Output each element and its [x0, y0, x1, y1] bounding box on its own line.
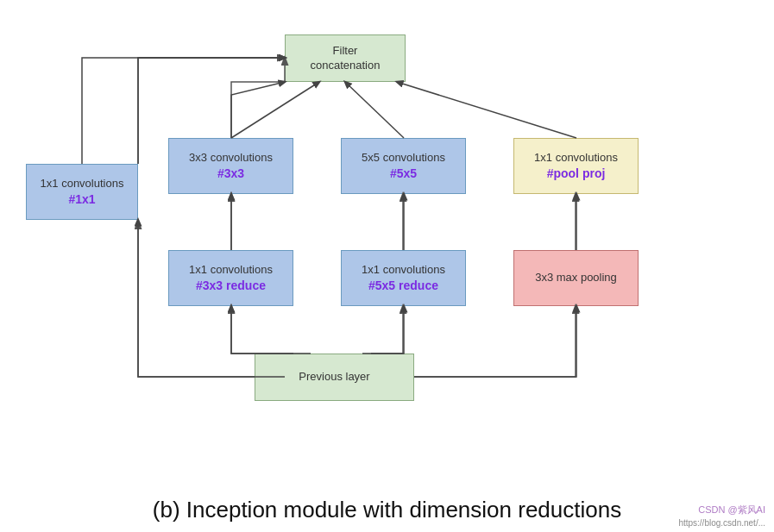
- conv-3x3-label1: 3x3 convolutions: [189, 151, 273, 166]
- max-pool-box: 3x3 max pooling: [513, 250, 639, 306]
- reduce-5x5-label2: #5x5 reduce: [368, 278, 438, 293]
- diagram-area: Filter concatenation 1x1 convolutions #1…: [0, 0, 774, 457]
- conv-5x5-label2: #5x5: [390, 166, 417, 181]
- watermark-text: CSDN @紫风AI: [698, 504, 765, 516]
- svg-line-5: [397, 82, 576, 138]
- pool-proj-label1: 1x1 convolutions: [534, 151, 618, 166]
- prev-layer-box: Previous layer: [255, 354, 414, 401]
- prev-layer-label1: Previous layer: [299, 370, 369, 385]
- conv-1x1-label1: 1x1 convolutions: [41, 177, 124, 191]
- reduce-3x3-label2: #3x3 reduce: [196, 278, 266, 293]
- reduce-5x5-box: 1x1 convolutions #5x5 reduce: [341, 250, 466, 306]
- filter-concat-label2: concatenation: [311, 59, 381, 73]
- caption-area: (b) Inception module with dimension redu…: [0, 497, 774, 523]
- reduce-5x5-label1: 1x1 convolutions: [362, 263, 445, 278]
- conv-3x3-box: 3x3 convolutions #3x3: [168, 138, 293, 194]
- conv-5x5-label1: 5x5 convolutions: [362, 151, 445, 166]
- caption-text: (b) Inception module with dimension redu…: [153, 497, 621, 523]
- watermark2-text: https://blog.csdn.net/...: [678, 518, 765, 528]
- conv-5x5-box: 5x5 convolutions #5x5: [341, 138, 466, 194]
- pool-proj-label2: #pool proj: [547, 166, 606, 181]
- pool-proj-box: 1x1 convolutions #pool proj: [513, 138, 639, 194]
- filter-concat-box: Filter concatenation: [285, 34, 406, 82]
- filter-concat-label1: Filter: [333, 44, 358, 59]
- conv-1x1-label2: #1x1: [68, 191, 95, 207]
- reduce-3x3-label1: 1x1 convolutions: [189, 263, 273, 278]
- svg-line-3: [231, 82, 319, 138]
- conv-1x1-box: 1x1 convolutions #1x1: [26, 164, 138, 220]
- reduce-3x3-box: 1x1 convolutions #3x3 reduce: [168, 250, 293, 306]
- svg-line-4: [345, 82, 404, 138]
- max-pool-label1: 3x3 max pooling: [535, 271, 617, 285]
- conv-3x3-label2: #3x3: [217, 166, 244, 181]
